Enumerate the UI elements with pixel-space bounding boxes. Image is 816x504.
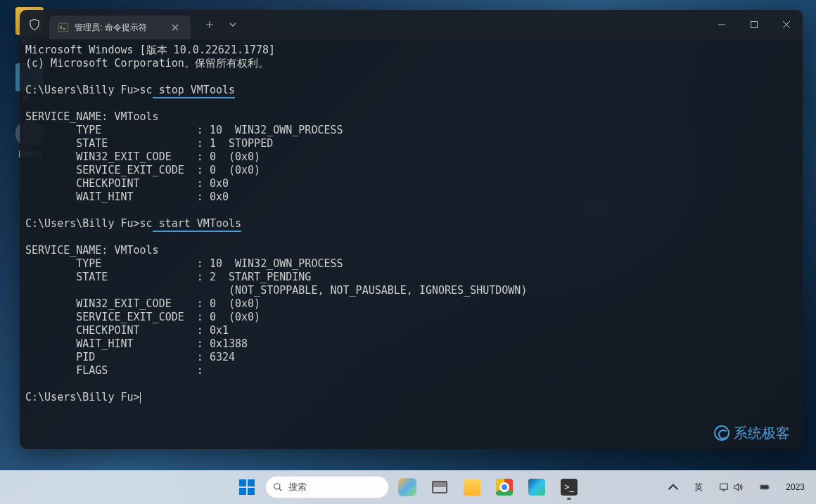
field-label: PID (76, 351, 95, 363)
file-explorer-icon (464, 479, 480, 496)
maximize-icon (751, 21, 758, 28)
field-value: : 0 (0x0) (197, 150, 260, 163)
watermark: 系统极客 (714, 425, 790, 441)
field-label: SERVICE_EXIT_CODE (76, 311, 184, 323)
terminal-icon: >_ (561, 479, 578, 496)
field-value: : 0 (0x0) (197, 311, 260, 323)
close-button[interactable] (770, 13, 803, 36)
field-label: SERVICE_EXIT_CODE (76, 164, 184, 176)
svg-rect-6 (762, 486, 767, 489)
taskbar-edge[interactable] (523, 473, 551, 501)
field-value: : 6324 (197, 351, 235, 363)
chevron-down-icon (229, 21, 236, 28)
windows-logo-icon (239, 479, 255, 495)
command-highlight: start VMTools (153, 217, 241, 232)
svg-rect-5 (768, 486, 769, 489)
minimize-icon (718, 21, 725, 28)
field-value: : 10 WIN32_OWN_PROCESS (197, 257, 343, 270)
svg-rect-1 (751, 22, 758, 28)
field-value: : 0x0 (197, 177, 229, 190)
chevron-up-icon (668, 482, 679, 493)
field-label: FLAGS (76, 364, 108, 377)
clock-year: 2023 (786, 482, 805, 492)
header-line: Microsoft Windows [版本 10.0.22621.1778] (25, 44, 275, 56)
field-value: : 10 WIN32_OWN_PROCESS (197, 124, 343, 136)
tray-overflow-button[interactable] (663, 479, 683, 496)
svg-rect-0 (58, 23, 68, 32)
command-text: sc (140, 217, 153, 230)
field-value: : 0x0 (197, 190, 229, 203)
clock-area[interactable]: 2023 (782, 479, 809, 495)
field-label: WAIT_HINT (76, 337, 133, 350)
field-label: CHECKPOINT (76, 177, 139, 190)
tray-battery[interactable] (755, 479, 774, 496)
search-icon (273, 482, 283, 492)
terminal-output[interactable]: Microsoft Windows [版本 10.0.22621.1778] (… (20, 39, 803, 449)
widgets-button[interactable] (393, 473, 421, 501)
field-value: : 0x1388 (197, 337, 248, 350)
ime-indicator[interactable]: 英 (690, 479, 707, 496)
terminal-tab[interactable]: 管理员: 命令提示符 (49, 15, 191, 39)
field-value: : 0 (0x0) (197, 164, 260, 176)
field-value: : 1 STOPPED (197, 137, 273, 150)
command-text: sc (140, 84, 153, 96)
edge-icon (528, 479, 545, 496)
cmd-icon (58, 22, 69, 33)
field-label: TYPE (76, 257, 101, 270)
svc-name: VMTools (114, 244, 158, 257)
task-view-button[interactable] (426, 473, 454, 501)
field-value: : 0x1 (197, 324, 229, 337)
taskbar-file-explorer[interactable] (458, 473, 486, 501)
taskbar-search[interactable]: 搜索 (265, 476, 389, 498)
svc-name-label: SERVICE_NAME: (25, 110, 108, 123)
field-value: : 2 START_PENDING (197, 271, 312, 283)
prompt: C:\Users\Billy Fu> (25, 391, 140, 403)
new-tab-button[interactable] (199, 14, 220, 35)
plus-icon (205, 20, 214, 29)
uac-shield-icon (20, 18, 49, 31)
close-icon (172, 24, 179, 31)
start-button[interactable] (233, 473, 261, 501)
field-label: WIN32_EXIT_CODE (76, 150, 171, 163)
tab-title: 管理员: 命令提示符 (75, 22, 147, 34)
tab-dropdown-button[interactable] (223, 14, 243, 35)
tray-quick-settings[interactable] (714, 479, 748, 496)
field-label: WIN32_EXIT_CODE (76, 297, 171, 310)
search-placeholder: 搜索 (288, 481, 307, 493)
taskview-icon (432, 481, 447, 493)
system-tray: 英 2023 (663, 479, 809, 496)
taskbar-terminal[interactable]: >_ (555, 473, 583, 501)
terminal-window: 管理员: 命令提示符 Microsoft Windows [版本 10.0.22… (20, 10, 803, 449)
close-icon (783, 21, 790, 28)
command-highlight: stop VMTools (153, 84, 235, 98)
field-label: CHECKPOINT (76, 324, 139, 337)
minimize-button[interactable] (706, 13, 738, 36)
svg-rect-3 (720, 484, 728, 489)
watermark-text: 系统极客 (734, 427, 790, 440)
window-controls (706, 13, 803, 36)
prompt: C:\Users\Billy Fu> (25, 217, 140, 230)
chrome-icon (496, 479, 513, 496)
field-value: : 0 (0x0) (197, 297, 260, 310)
header-line: (c) Microsoft Corporation。保留所有权利。 (25, 57, 269, 70)
watermark-icon (714, 425, 729, 441)
volume-icon (732, 482, 744, 493)
svg-point-2 (274, 484, 280, 489)
svc-name-label: SERVICE_NAME: (25, 244, 108, 257)
taskbar-chrome[interactable] (490, 473, 518, 501)
field-value: : (197, 364, 203, 377)
svc-name: VMTools (114, 110, 158, 123)
battery-icon (759, 482, 770, 493)
active-indicator (567, 498, 571, 500)
field-value: (NOT_STOPPABLE, NOT_PAUSABLE, IGNORES_SH… (229, 284, 527, 297)
field-label: WAIT_HINT (76, 190, 133, 203)
network-icon (718, 482, 729, 493)
taskbar: 搜索 >_ 英 2023 (0, 470, 816, 504)
tab-close-button[interactable] (167, 19, 184, 36)
titlebar[interactable]: 管理员: 命令提示符 (20, 10, 803, 39)
widgets-icon (398, 478, 416, 496)
maximize-button[interactable] (738, 13, 770, 36)
cursor (140, 392, 141, 403)
prompt: C:\Users\Billy Fu> (25, 84, 140, 96)
field-label: STATE (76, 271, 108, 283)
